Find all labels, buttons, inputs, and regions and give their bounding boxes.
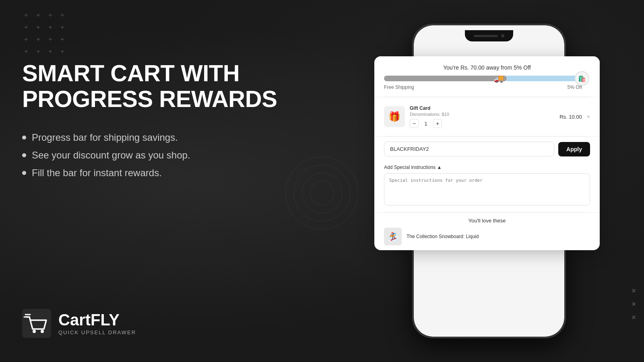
progress-bar: 🚚 — [384, 76, 582, 81]
instructions-toggle[interactable]: Add Special instructions ▲ — [384, 165, 590, 170]
apply-button[interactable]: Apply — [558, 142, 590, 156]
bag-icon: 🛍️ — [575, 71, 589, 86]
cart-item-price: Rs. 10.00 — [559, 114, 582, 120]
plus-icon: + — [22, 48, 30, 56]
upsell-item-image: 🏂 — [384, 228, 402, 245]
notch-dot — [501, 34, 504, 37]
cart-item: 🎁 Gift Card Denominations: $10 − 1 + Rs.… — [384, 102, 590, 131]
upsell-item: 🏂 The Collection Snowboard: Liquid — [384, 228, 590, 245]
discount-section: Apply — [374, 136, 600, 161]
progress-title: You're Rs. 70.00 away from 5% Off — [384, 64, 590, 71]
logo-text: CartFLY QUICK UPSELL DRAWER — [58, 312, 136, 335]
plus-icon: + — [46, 12, 54, 20]
svg-point-7 — [302, 173, 342, 213]
progress-labels: Free Shipping 5% Off — [384, 84, 590, 90]
plus-icon: + — [58, 24, 66, 32]
plus-icon: + — [34, 12, 42, 20]
svg-point-6 — [294, 165, 350, 221]
truck-icon: 🚚 — [494, 74, 504, 83]
cart-item-image: 🎁 — [384, 106, 405, 127]
plus-icon: + — [58, 48, 66, 56]
svg-point-2 — [41, 330, 44, 333]
logo-name: CartFLY — [58, 312, 136, 328]
progress-section: You're Rs. 70.00 away from 5% Off 🚚 🛍️ F… — [374, 56, 600, 97]
progress-label-left: Free Shipping — [384, 84, 414, 90]
upsell-section: You'll love these 🏂 The Collection Snowb… — [374, 212, 600, 250]
right-panel: You're Rs. 70.00 away from 5% Off 🚚 🛍️ F… — [358, 8, 620, 354]
cart-panel: You're Rs. 70.00 away from 5% Off 🚚 🛍️ F… — [374, 56, 600, 250]
plus-icon: + — [46, 36, 54, 44]
cart-item-quantity: − 1 + — [410, 119, 555, 128]
cart-items: 🎁 Gift Card Denominations: $10 − 1 + Rs.… — [374, 97, 600, 136]
bullet-icon — [22, 153, 26, 157]
remove-item-button[interactable]: × — [587, 113, 590, 120]
plus-icon: + — [34, 48, 42, 56]
svg-point-5 — [286, 157, 358, 229]
plus-icon: + — [46, 48, 54, 56]
plus-icon: + — [58, 36, 66, 44]
progress-bar-remaining — [507, 76, 582, 81]
plus-icon: + — [58, 12, 66, 20]
x-mark: × — [632, 287, 636, 295]
phone-notch — [465, 30, 513, 41]
svg-point-1 — [33, 330, 36, 333]
list-item: Fill the bar for instant rewards. — [22, 167, 304, 179]
cart-item-details: Gift Card Denominations: $10 − 1 + — [410, 105, 555, 128]
logo-icon — [22, 309, 51, 338]
left-panel: SMART CART WITH PROGRESS REWARDS Progres… — [22, 60, 304, 203]
x-mark: × — [632, 313, 636, 322]
bullet-icon — [22, 136, 26, 140]
plus-icon: + — [22, 12, 30, 20]
notch-bar — [474, 35, 498, 37]
discount-input[interactable] — [384, 142, 554, 156]
plus-grid-decoration: + + + + + + + + + + + + + + + + — [22, 12, 66, 56]
cart-item-name: Gift Card — [410, 105, 555, 111]
circle-decoration — [282, 153, 362, 233]
x-marks: × × × — [632, 287, 636, 322]
quantity-decrease-button[interactable]: − — [410, 119, 419, 128]
plus-icon: + — [46, 24, 54, 32]
page-title: SMART CART WITH PROGRESS REWARDS — [22, 60, 304, 112]
list-item: Progress bar for shipping savings. — [22, 132, 304, 143]
quantity-increase-button[interactable]: + — [433, 119, 442, 128]
upsell-title: You'll love these — [384, 218, 590, 224]
bullet-icon — [22, 171, 26, 175]
cart-item-denomination: Denominations: $10 — [410, 112, 555, 117]
discount-row: Apply — [384, 142, 590, 156]
logo-subtitle: QUICK UPSELL DRAWER — [58, 329, 136, 335]
plus-icon: + — [22, 24, 30, 32]
feature-list: Progress bar for shipping savings. See y… — [22, 132, 304, 179]
logo-area: CartFLY QUICK UPSELL DRAWER — [22, 309, 136, 338]
svg-rect-0 — [22, 309, 51, 338]
svg-point-8 — [310, 181, 334, 205]
quantity-value: 1 — [423, 121, 429, 127]
plus-icon: + — [34, 24, 42, 32]
instructions-textarea[interactable] — [384, 173, 590, 206]
progress-bar-fill — [384, 76, 507, 81]
list-item: See your discount grow as you shop. — [22, 150, 304, 161]
plus-icon: + — [22, 36, 30, 44]
instructions-section: Add Special instructions ▲ — [374, 161, 600, 212]
plus-icon: + — [34, 36, 42, 44]
x-mark: × — [632, 300, 636, 309]
upsell-item-name: The Collection Snowboard: Liquid — [407, 234, 479, 239]
